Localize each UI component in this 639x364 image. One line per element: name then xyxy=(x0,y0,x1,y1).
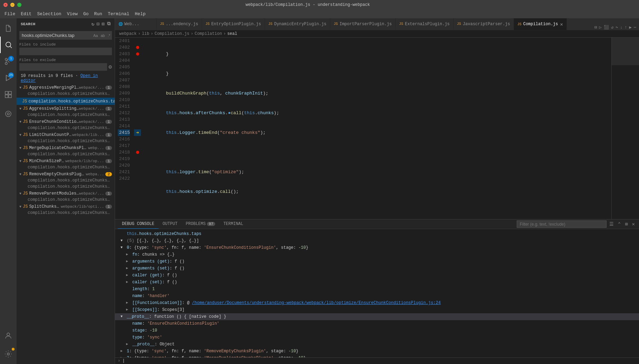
tab-dynamic-entry[interactable]: JS DynamicEntryPlugin.js xyxy=(265,18,330,30)
console-arrow-2[interactable]: ▶ xyxy=(121,355,125,357)
panel-collapse-icon[interactable]: ⌃ xyxy=(617,220,622,228)
file-match2[interactable]: compilation.hooks.optimizeChunks.tap( xyxy=(17,112,115,118)
console-line-caller-get[interactable]: ▶ caller (get): f () xyxy=(115,272,639,279)
console-arrow-proto[interactable]: ▼ xyxy=(121,314,125,320)
file-match6[interactable]: compilation.hooks.optimizeChunks.tap( xyxy=(17,164,115,170)
match-case-button[interactable]: Aa xyxy=(92,33,99,38)
use-regex-button[interactable]: .* xyxy=(106,33,112,38)
minimize-window-button[interactable]: — xyxy=(10,3,15,7)
console-arrow-caller-get[interactable]: ▶ xyxy=(126,272,130,278)
file-group-header-limit-chunk[interactable]: ▼ JS LimitChunkCountPlugin.js webpack/li… xyxy=(17,132,115,138)
console-line-fn[interactable]: ▶ fn: chunks => {…} xyxy=(115,251,639,258)
breadcrumb-compilation-js[interactable]: Compilation.js xyxy=(154,31,189,36)
maximize-window-button[interactable]: □ xyxy=(17,3,21,7)
file-group-header-split-chunks[interactable]: ▼ JS SplitChunksPlugin.js webpack/lib/op… xyxy=(17,204,115,210)
panel-list-view-icon[interactable]: ☰ xyxy=(608,220,615,228)
clear-results-icon[interactable]: ⊟ xyxy=(97,21,100,27)
panel-filter-input[interactable] xyxy=(517,220,607,228)
console-line-function-location[interactable]: ▶ [[FunctionLocation]]: @ /home/anduser/… xyxy=(115,299,639,306)
console-line-1[interactable]: ▶ 1: {type: 'sync', fn: f, name: 'Remove… xyxy=(115,348,639,355)
panel-tab-debug-console[interactable]: DEBUG CONSOLE xyxy=(118,219,159,229)
debug-console[interactable]: this.hooks.optimizeChunks.taps ▼ (5) [{…… xyxy=(115,229,639,357)
files-to-exclude-input[interactable] xyxy=(19,63,107,71)
file-match[interactable]: compilation.hooks.optimizeChunks.tap( xyxy=(17,91,115,97)
console-line-caller-set[interactable]: ▶ caller (set): f () xyxy=(115,279,639,286)
minimap-viewport[interactable] xyxy=(612,38,639,65)
console-line-2[interactable]: ▶ 2: {type: 'sync', fn: f, name: 'MergeD… xyxy=(115,355,639,357)
stop-debug-icon[interactable]: ⬛ xyxy=(604,25,609,30)
breadcrumb-webpack[interactable]: webpack xyxy=(119,31,136,36)
file-group-header-remove-parent[interactable]: ▼ JS RemoveParentModulesPlugin.js webpac… xyxy=(17,190,115,197)
sidebar-item-extensions[interactable] xyxy=(0,86,17,103)
tab-externals[interactable]: JS ExternalsPlugin.js xyxy=(395,18,454,30)
panel-tab-problems[interactable]: PROBLEMS97 xyxy=(182,219,219,229)
file-match4[interactable]: compilation.hooks.optimizeChunks.tap( xyxy=(17,138,115,144)
more-actions-icon[interactable]: ⋯ xyxy=(634,25,636,30)
console-arrow-0[interactable]: ▼ xyxy=(121,245,125,251)
menu-go[interactable]: Go xyxy=(80,11,92,17)
file-match3[interactable]: compilation.hooks.optimizeChunks.tap( xyxy=(17,125,115,131)
file-group-header-compilation-match[interactable]: JS compilation.hooks.optimizeChunks.tap(… xyxy=(17,98,115,105)
console-arrow-array[interactable]: ▼ xyxy=(121,238,125,244)
file-group-header-aggressive-splitting[interactable]: ▼ JS AggressiveSplittingPlugin.js webpac… xyxy=(17,106,115,112)
tab-javascript-parser[interactable]: JS JavascriptParser.js xyxy=(454,18,514,30)
console-arrow-proto-proto[interactable]: ▶ xyxy=(126,341,130,347)
console-arrow-scopes[interactable]: ▶ xyxy=(126,307,130,313)
console-line-scopes[interactable]: ▶ [[Scopes]]: Scopes[3] xyxy=(115,306,639,313)
sidebar-item-source-control[interactable]: 1 xyxy=(0,53,17,70)
file-group-header-merge-dup[interactable]: ▼ JS MergeDuplicateChunksPlugin.js webp.… xyxy=(17,145,115,151)
console-line-proto-type[interactable]: ▶ type: 'sync' xyxy=(115,334,639,341)
sidebar-item-run-debug[interactable]: 25 xyxy=(0,70,17,86)
console-line-name[interactable]: ▶ name: 'handler' xyxy=(115,293,639,299)
tab-close-compilation[interactable]: ✕ xyxy=(560,21,563,27)
menu-selection[interactable]: Selection xyxy=(34,11,64,17)
breadcrumb-compilation-class[interactable]: Compilation xyxy=(194,31,222,36)
console-line-proto-proto[interactable]: ▶ __proto__: Object xyxy=(115,341,639,348)
console-arrow-caller-set[interactable]: ▶ xyxy=(126,279,130,285)
search-input[interactable] xyxy=(20,31,92,39)
open-new-editor-icon[interactable]: ⧉ xyxy=(107,21,111,27)
console-line-proto-stage[interactable]: ▶ stage: -10 xyxy=(115,327,639,334)
panel-tab-output[interactable]: OUTPUT xyxy=(159,219,182,229)
console-line-0[interactable]: ▼ 0: {type: 'sync', fn: f, name: 'Ensure… xyxy=(115,244,639,251)
menu-terminal[interactable]: Terminal xyxy=(105,11,132,17)
file-group-header-aggressive-merging[interactable]: ▼ JS AggressiveMergingPlugin.js webpack/… xyxy=(17,85,115,91)
file-match8[interactable]: compilation.hooks.optimizeChunks.tap( xyxy=(17,197,115,203)
tab-compilation[interactable]: JS Compilation.js ✕ xyxy=(514,18,567,30)
console-arrow-1[interactable]: ▶ xyxy=(121,348,125,354)
console-line-root[interactable]: this.hooks.optimizeChunks.taps xyxy=(115,230,639,237)
panel-tab-terminal[interactable]: TERMINAL xyxy=(219,219,248,229)
close-window-button[interactable]: ✕ xyxy=(3,3,8,7)
menu-run[interactable]: Run xyxy=(91,11,105,17)
menu-edit[interactable]: Edit xyxy=(18,11,34,17)
panel-maximize-icon[interactable]: ⊞ xyxy=(623,220,629,228)
files-to-include-input[interactable] xyxy=(19,48,112,55)
console-arrow-func-loc[interactable]: ▶ xyxy=(126,300,130,306)
breadcrumb-seal[interactable]: seal xyxy=(227,31,237,36)
file-match5[interactable]: compilation.hooks.optimizeChunks.tap( xyxy=(17,151,115,157)
menu-file[interactable]: File xyxy=(2,11,18,17)
tab-dependency[interactable]: JS ...endency.js xyxy=(156,18,202,30)
file-match7a[interactable]: compilation.hooks.optimizeChunks.tap( xyxy=(17,177,115,184)
step-over-icon[interactable]: ↷ xyxy=(616,25,618,30)
use-exclude-settings-icon[interactable]: ⚙ xyxy=(108,63,112,70)
console-arrow-args-get[interactable]: ▶ xyxy=(126,258,130,265)
sidebar-item-remote[interactable] xyxy=(0,106,17,122)
console-line-proto-name[interactable]: ▶ name: 'EnsureChunkConditionsPlugin' xyxy=(115,320,639,327)
code-editor[interactable]: } } buildChunkGraph(this, chunkGraphInit… xyxy=(141,38,611,219)
file-group-header-remove-empty[interactable]: ▼ JS RemoveEmptyChunksPlugin.js webpa...… xyxy=(17,171,115,177)
run-icon[interactable]: ▷ xyxy=(599,25,601,30)
editor-content[interactable]: 2401 2402 2403 2404 2405 2406 2407 2408 … xyxy=(115,38,639,219)
menu-help[interactable]: Help xyxy=(132,11,148,17)
console-line-args-get[interactable]: ▶ arguments (get): f () xyxy=(115,258,639,265)
panel-close-icon[interactable]: ✕ xyxy=(631,220,636,228)
file-group-header-ensure-chunk[interactable]: ▼ JS EnsureChunkConditionsPlugin.js webp… xyxy=(17,119,115,125)
match-whole-word-button[interactable]: ab xyxy=(99,33,106,38)
tab-import-parser[interactable]: JS ImportParserPlugin.js xyxy=(330,18,395,30)
settings-icon[interactable]: ! xyxy=(0,346,17,362)
breadcrumb-lib[interactable]: lib xyxy=(142,31,150,36)
tab-entry-option[interactable]: JS EntryOptionPlugin.js xyxy=(202,18,265,30)
file-group-header-min-chunk[interactable]: ▼ JS MinChunkSizePlugin.js webpack/lib/o… xyxy=(17,158,115,164)
file-match9[interactable]: compilation.hooks.optimizeChunks.tap( xyxy=(17,210,115,216)
console-line-args-set[interactable]: ▶ arguments (set): f () xyxy=(115,265,639,272)
